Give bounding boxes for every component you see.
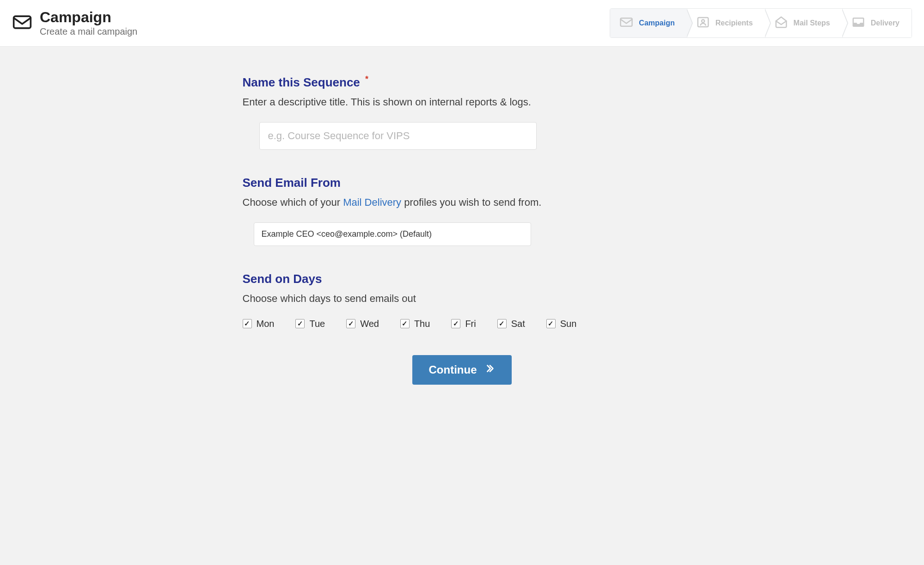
day-checkbox-tue[interactable]: Tue xyxy=(295,319,325,329)
day-checkbox-sun[interactable]: Sun xyxy=(546,319,577,329)
checkbox-icon xyxy=(400,319,410,328)
day-checkbox-mon[interactable]: Mon xyxy=(243,319,275,329)
inbox-icon xyxy=(851,15,865,31)
page-subtitle: Create a mail campaign xyxy=(40,26,137,37)
checkbox-icon xyxy=(295,319,305,328)
continue-button-label: Continue xyxy=(429,363,477,376)
page-body: Name this Sequence * Enter a descriptive… xyxy=(0,47,924,565)
wizard-step-campaign[interactable]: Campaign xyxy=(610,9,686,37)
wizard-step-delivery[interactable]: Delivery xyxy=(842,9,912,37)
section-heading: Send Email From xyxy=(243,176,682,190)
checkbox-icon xyxy=(243,319,252,328)
contact-card-icon xyxy=(696,15,710,31)
wizard-step-mail-steps[interactable]: Mail Steps xyxy=(765,9,842,37)
wizard-step-label: Delivery xyxy=(871,19,900,27)
sequence-name-input[interactable] xyxy=(259,122,537,150)
day-label: Thu xyxy=(414,319,430,329)
day-label: Tue xyxy=(309,319,325,329)
page-header: Campaign Create a mail campaign Campaign xyxy=(0,0,924,47)
day-label: Wed xyxy=(360,319,379,329)
section-help-text: Enter a descriptive title. This is shown… xyxy=(243,96,682,108)
day-checkbox-wed[interactable]: Wed xyxy=(346,319,379,329)
required-asterisk-icon: * xyxy=(365,74,368,84)
chevron-double-right-icon xyxy=(485,363,495,376)
section-help-text: Choose which of your Mail Delivery profi… xyxy=(243,197,682,209)
envelope-icon xyxy=(619,15,633,31)
checkbox-icon xyxy=(451,319,460,328)
checkbox-icon xyxy=(546,319,556,328)
day-checkbox-sat[interactable]: Sat xyxy=(497,319,525,329)
svg-rect-1 xyxy=(621,18,632,26)
mail-profile-select[interactable]: Example CEO <ceo@example.com> (Default) xyxy=(254,222,531,246)
help-text-part: profiles you wish to send from. xyxy=(401,197,541,208)
svg-point-3 xyxy=(702,19,704,22)
day-label: Sat xyxy=(511,319,525,329)
page-title: Campaign xyxy=(40,9,137,25)
day-checkbox-fri[interactable]: Fri xyxy=(451,319,476,329)
open-envelope-icon xyxy=(774,15,788,31)
wizard-steps: Campaign Recipients Mail Steps xyxy=(610,8,912,38)
checkbox-icon xyxy=(346,319,355,328)
wizard-step-label: Campaign xyxy=(639,19,674,27)
day-label: Mon xyxy=(257,319,275,329)
header-left: Campaign Create a mail campaign xyxy=(12,9,137,37)
wizard-step-recipients[interactable]: Recipients xyxy=(687,9,765,37)
checkbox-icon xyxy=(497,319,507,328)
wizard-step-label: Mail Steps xyxy=(794,19,830,27)
wizard-step-label: Recipients xyxy=(716,19,753,27)
section-send-from: Send Email From Choose which of your Mai… xyxy=(243,176,682,246)
section-heading: Name this Sequence * xyxy=(243,74,682,90)
section-send-days: Send on Days Choose which days to send e… xyxy=(243,272,682,329)
continue-button[interactable]: Continue xyxy=(412,355,512,385)
help-text-part: Choose which of your xyxy=(243,197,343,208)
days-row: Mon Tue Wed Thu Fri xyxy=(243,319,682,329)
section-heading: Send on Days xyxy=(243,272,682,286)
mail-delivery-link[interactable]: Mail Delivery xyxy=(343,197,401,208)
section-heading-text: Name this Sequence xyxy=(243,75,360,89)
svg-rect-0 xyxy=(14,16,31,28)
section-name-sequence: Name this Sequence * Enter a descriptive… xyxy=(243,74,682,150)
day-label: Sun xyxy=(560,319,577,329)
day-label: Fri xyxy=(465,319,476,329)
section-help-text: Choose which days to send emails out xyxy=(243,293,682,305)
envelope-icon xyxy=(12,12,32,34)
day-checkbox-thu[interactable]: Thu xyxy=(400,319,430,329)
